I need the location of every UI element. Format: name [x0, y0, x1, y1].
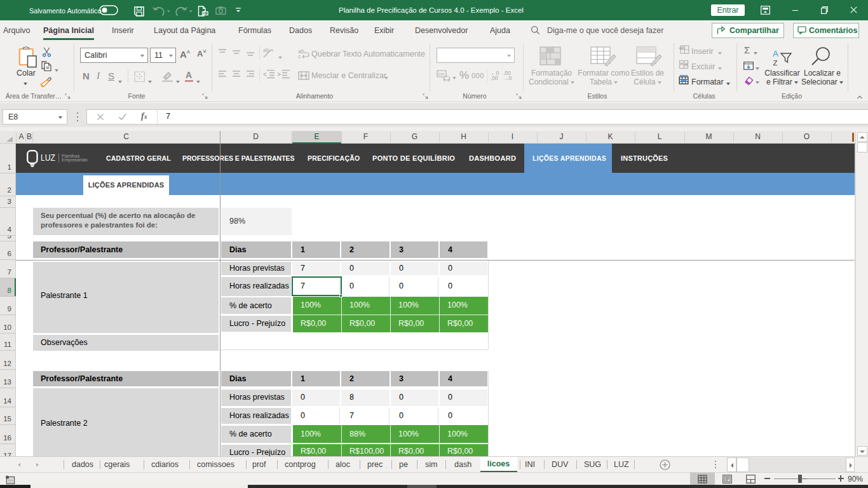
- svg-text:Z: Z: [773, 59, 778, 67]
- svg-text:A: A: [773, 49, 778, 58]
- svg-text:cm: cm: [438, 71, 445, 77]
- svg-text:LUZ: LUZ: [41, 153, 55, 162]
- svg-text:c: c: [298, 53, 301, 58]
- svg-text:ab: ab: [263, 47, 269, 53]
